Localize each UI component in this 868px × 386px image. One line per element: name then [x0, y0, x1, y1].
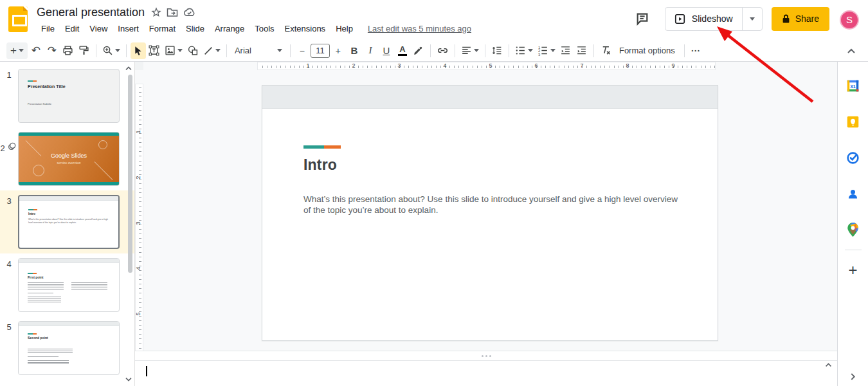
- share-button[interactable]: Share: [772, 7, 829, 31]
- slide-number: 3: [0, 195, 18, 249]
- slide-number: 1: [0, 69, 18, 123]
- paint-format-button[interactable]: [77, 42, 92, 59]
- current-slide[interactable]: Intro What’s this presentation about? Us…: [262, 85, 718, 341]
- slide-thumbnail-2[interactable]: Google Slides service overview: [18, 132, 120, 186]
- insert-shape-button[interactable]: [185, 42, 201, 59]
- underline-icon: U: [383, 45, 390, 56]
- menu-extensions[interactable]: Extensions: [280, 22, 330, 35]
- font-size-increase-button[interactable]: +: [330, 42, 346, 59]
- hide-menus-button[interactable]: [844, 42, 859, 59]
- slide-header-band: [262, 86, 718, 109]
- highlight-color-button[interactable]: [411, 42, 426, 59]
- contacts-app-button[interactable]: [846, 187, 860, 201]
- slide-thumbnail-4[interactable]: First point: [18, 258, 120, 312]
- text-color-icon: A: [399, 46, 405, 53]
- italic-icon: I: [368, 45, 372, 56]
- slideshow-dropdown-button[interactable]: [743, 8, 762, 30]
- move-folder-icon[interactable]: [167, 7, 178, 17]
- document-title[interactable]: General presentation: [37, 6, 145, 19]
- align-button[interactable]: [459, 42, 481, 59]
- menu-insert[interactable]: Insert: [113, 22, 143, 35]
- hide-side-panel-button[interactable]: [850, 372, 856, 381]
- menu-edit[interactable]: Edit: [60, 22, 84, 35]
- decrease-indent-icon: [560, 45, 571, 56]
- filmstrip-scroll-down-icon[interactable]: [125, 377, 132, 382]
- slideshow-button[interactable]: Slideshow: [665, 8, 743, 30]
- menu-tools[interactable]: Tools: [250, 22, 278, 35]
- bulleted-list-button[interactable]: [513, 42, 535, 59]
- plus-icon: +: [336, 46, 341, 56]
- ruler-mark: 4: [135, 266, 141, 270]
- italic-button[interactable]: I: [363, 42, 378, 59]
- svg-text:3: 3: [538, 53, 540, 56]
- cloud-saved-icon[interactable]: [183, 8, 196, 17]
- keep-app-button[interactable]: [846, 115, 860, 129]
- insert-image-button[interactable]: [163, 42, 185, 59]
- filmstrip-scrollbar[interactable]: [128, 75, 132, 273]
- slide-thumbnail-5[interactable]: Second point: [18, 321, 120, 375]
- last-edit-link[interactable]: Last edit was 5 minutes ago: [368, 24, 471, 33]
- font-family-select[interactable]: Arial: [231, 42, 286, 59]
- text-color-button[interactable]: A: [395, 42, 410, 59]
- slideshow-label: Slideshow: [692, 14, 733, 24]
- font-size-input[interactable]: 11: [311, 44, 330, 58]
- redo-button[interactable]: ↷: [44, 42, 60, 59]
- text-box-button[interactable]: [147, 42, 162, 59]
- select-tool-button[interactable]: [131, 42, 146, 59]
- increase-indent-button[interactable]: [574, 42, 590, 59]
- slide-canvas[interactable]: 1 2 3 4 5 6 7 8 9 1 2 3 4 5 Int: [135, 62, 837, 351]
- zoom-button[interactable]: [100, 42, 122, 59]
- menu-file[interactable]: File: [37, 22, 59, 35]
- more-toolbar-button[interactable]: •••: [689, 42, 704, 59]
- insert-line-button[interactable]: [201, 42, 222, 59]
- get-addons-button[interactable]: +: [846, 263, 860, 277]
- maps-app-button[interactable]: [846, 223, 860, 237]
- calendar-app-button[interactable]: 31: [846, 78, 860, 93]
- numbered-list-button[interactable]: 123: [536, 42, 557, 59]
- format-options-button[interactable]: Format options: [614, 42, 680, 59]
- font-size-decrease-button[interactable]: −: [294, 42, 310, 59]
- thumbnail-text-lines: [28, 293, 53, 295]
- slide-body-text[interactable]: What’s this presentation about? Use this…: [303, 194, 680, 216]
- star-icon[interactable]: [151, 7, 161, 17]
- comments-button[interactable]: [630, 6, 655, 31]
- filmstrip-scroll-up-icon[interactable]: [125, 66, 132, 71]
- menu-help[interactable]: Help: [331, 22, 357, 35]
- slide-number: 4: [0, 258, 18, 312]
- speaker-notes-input[interactable]: [135, 361, 837, 386]
- line-icon: [203, 46, 213, 56]
- menu-arrange[interactable]: Arrange: [210, 22, 249, 35]
- slides-logo-icon[interactable]: [8, 6, 28, 32]
- account-avatar[interactable]: S: [840, 10, 859, 30]
- google-tasks-icon: [846, 151, 860, 165]
- ruler-mark: 9: [671, 62, 674, 69]
- undo-button[interactable]: ↶: [28, 42, 44, 59]
- ruler-mark: 1: [306, 62, 309, 69]
- line-spacing-button[interactable]: [489, 42, 505, 59]
- menu-slide[interactable]: Slide: [181, 22, 209, 35]
- horizontal-ruler: 1 2 3 4 5 6 7 8 9: [257, 62, 716, 70]
- thumbnail-text-lines: [28, 282, 64, 290]
- shape-icon: [187, 45, 199, 56]
- slide-thumbnail-1[interactable]: Presentation Title Presentation Subtitle: [18, 69, 120, 123]
- slide-title-text[interactable]: Intro: [303, 156, 337, 174]
- transition-icon[interactable]: [7, 141, 17, 151]
- slide-number: 5: [0, 321, 18, 375]
- menu-format[interactable]: Format: [145, 22, 180, 35]
- new-slide-button[interactable]: +: [6, 42, 28, 59]
- menu-view[interactable]: View: [85, 22, 112, 35]
- decrease-indent-button[interactable]: [558, 42, 574, 59]
- underline-button[interactable]: U: [379, 42, 394, 59]
- clear-formatting-button[interactable]: [598, 42, 613, 59]
- bold-button[interactable]: B: [347, 42, 362, 59]
- print-button[interactable]: [60, 42, 76, 59]
- tasks-app-button[interactable]: [846, 151, 860, 165]
- ruler-mark: 1: [135, 130, 141, 133]
- slide-thumbnail-3[interactable]: Intro What’s this presentation about? Us…: [18, 195, 120, 249]
- chevron-down-icon: [550, 49, 556, 52]
- notes-scroll-up-icon[interactable]: [825, 362, 832, 367]
- ruler-mark: 3: [135, 221, 141, 225]
- notes-resize-handle[interactable]: [135, 351, 837, 361]
- more-icon: •••: [691, 48, 700, 53]
- insert-link-button[interactable]: [435, 42, 451, 59]
